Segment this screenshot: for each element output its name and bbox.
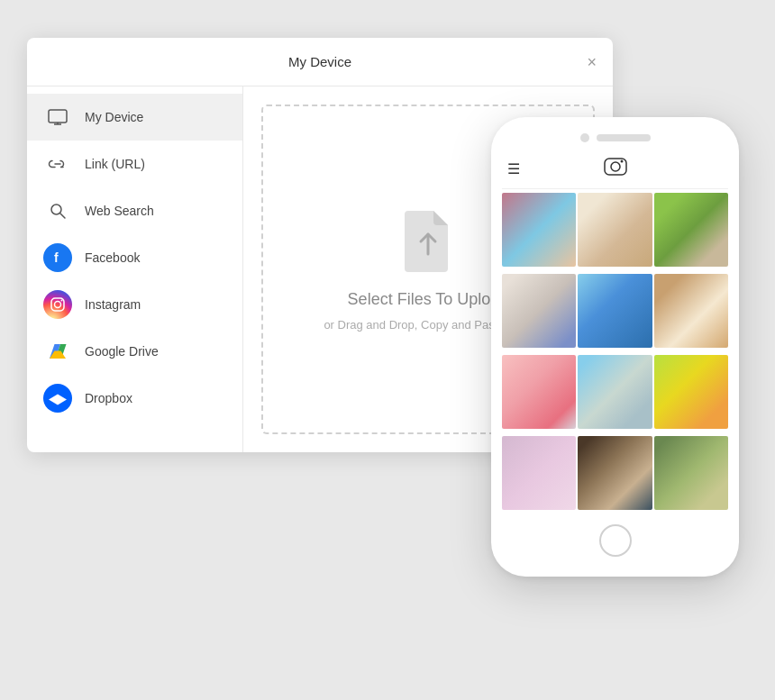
- sidebar-label-facebook: Facebook: [85, 250, 140, 265]
- dialog-header: My Device ×: [27, 38, 613, 86]
- dialog-title: My Device: [288, 54, 351, 69]
- upload-main-text: Select Files To Upload: [348, 290, 509, 309]
- sidebar-label-web-search: Web Search: [85, 204, 154, 218]
- sidebar-item-web-search[interactable]: Web Search: [27, 187, 242, 234]
- device-icon: [43, 103, 72, 132]
- svg-point-11: [611, 162, 620, 171]
- search-icon: [43, 196, 72, 225]
- sidebar-label-instagram: Instagram: [85, 297, 141, 312]
- photo-cell[interactable]: [502, 193, 576, 267]
- link-icon: [43, 150, 72, 178]
- instagram-header: ☰: [502, 151, 728, 189]
- sidebar: My Device Link (URL) Web Search: [27, 86, 243, 452]
- instagram-logo-icon: [603, 157, 628, 181]
- photo-cell[interactable]: [578, 193, 652, 267]
- phone-bottom-bar: [502, 515, 728, 560]
- hamburger-menu-icon[interactable]: ☰: [507, 160, 520, 177]
- photo-cell[interactable]: [502, 355, 576, 429]
- photo-cell[interactable]: [578, 274, 652, 348]
- sidebar-item-instagram[interactable]: Instagram: [27, 281, 242, 328]
- photo-cell[interactable]: [654, 274, 728, 348]
- sidebar-item-facebook[interactable]: f Facebook: [27, 234, 242, 281]
- file-upload-icon: [401, 207, 455, 272]
- sidebar-label-my-device: My Device: [85, 110, 143, 124]
- photo-cell[interactable]: [654, 193, 728, 267]
- google-drive-icon: [43, 337, 72, 366]
- svg-point-7: [55, 302, 61, 308]
- phone-home-button[interactable]: [599, 524, 632, 557]
- photo-cell[interactable]: [502, 274, 576, 348]
- photo-cell[interactable]: [654, 436, 728, 510]
- phone-mockup: ☰: [491, 117, 739, 577]
- facebook-icon: f: [43, 243, 72, 272]
- photo-cell[interactable]: [502, 436, 576, 510]
- phone-speaker: [597, 134, 651, 141]
- svg-point-3: [51, 205, 61, 214]
- svg-point-12: [620, 160, 623, 163]
- svg-point-8: [61, 300, 63, 302]
- photo-cell[interactable]: [578, 355, 652, 429]
- sidebar-item-link-url[interactable]: Link (URL): [27, 141, 242, 187]
- phone-top-bar: [502, 133, 728, 142]
- photo-grid: [502, 193, 728, 515]
- sidebar-label-link-url: Link (URL): [85, 157, 145, 171]
- svg-text:f: f: [54, 250, 59, 265]
- svg-line-4: [60, 214, 65, 218]
- sidebar-item-dropbox[interactable]: Dropbox: [27, 375, 242, 422]
- sidebar-item-my-device[interactable]: My Device: [27, 94, 242, 141]
- photo-cell[interactable]: [654, 355, 728, 429]
- svg-rect-0: [49, 110, 67, 123]
- close-button[interactable]: ×: [587, 54, 597, 70]
- sidebar-label-google-drive: Google Drive: [85, 344, 159, 359]
- instagram-icon: [43, 290, 72, 319]
- dropbox-icon: [43, 384, 72, 413]
- phone-camera: [580, 133, 589, 142]
- sidebar-item-google-drive[interactable]: Google Drive: [27, 328, 242, 375]
- sidebar-label-dropbox: Dropbox: [85, 391, 132, 405]
- photo-cell[interactable]: [578, 436, 652, 510]
